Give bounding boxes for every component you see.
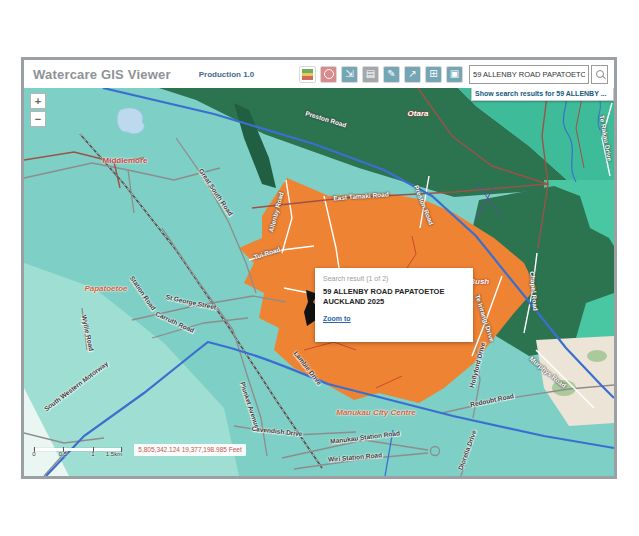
zoom-to-link[interactable]: Zoom to xyxy=(323,315,351,322)
measure-icon[interactable]: ⇲ xyxy=(341,66,358,83)
scale-label: 1.5km xyxy=(106,451,122,457)
directions-icon[interactable]: ↗ xyxy=(404,66,421,83)
scale-bar: 00.511.5km xyxy=(34,443,122,457)
toolbar: ⇲▤✎↗⊞▣ xyxy=(299,66,463,83)
app-version: Production 1.0 xyxy=(199,70,255,79)
search-result-popup: Search result (1 of 2) 59 ALLENBY ROAD P… xyxy=(315,268,473,342)
draw-icon[interactable]: ✎ xyxy=(383,66,400,83)
search-suggestion[interactable]: Show search results for 59 ALLENBY ... xyxy=(471,88,614,101)
search-button[interactable] xyxy=(591,65,608,84)
zoom-controls: + − xyxy=(30,93,46,129)
scale-label: 0.5 xyxy=(59,451,67,457)
zoom-in-button[interactable]: + xyxy=(30,93,46,109)
app-window: Watercare GIS Viewer Production 1.0 ⇲▤✎↗… xyxy=(21,57,617,479)
popup-result-count: Search result (1 of 2) xyxy=(323,275,465,282)
scale-label: 0 xyxy=(32,451,35,457)
identify-icon[interactable] xyxy=(320,66,337,83)
header-bar: Watercare GIS Viewer Production 1.0 ⇲▤✎↗… xyxy=(24,60,614,88)
print-icon[interactable]: ▣ xyxy=(446,66,463,83)
scale-label: 1 xyxy=(91,451,94,457)
coordinates-readout: 5,805,342.124 19,377,198.985 Feet xyxy=(134,444,246,456)
map-viewport[interactable]: OtaraPreston RoadEast Tamaki RoadPreston… xyxy=(24,88,614,476)
bookmarks-icon[interactable]: ▤ xyxy=(362,66,379,83)
zoom-out-button[interactable]: − xyxy=(30,111,46,127)
search-area xyxy=(469,65,608,84)
basemap-gallery-icon[interactable] xyxy=(299,66,316,83)
overview-grid-icon[interactable]: ⊞ xyxy=(425,66,442,83)
popup-address: 59 ALLENBY ROAD PAPATOETOE AUCKLAND 2025 xyxy=(323,287,465,307)
app-title: Watercare GIS Viewer xyxy=(33,67,171,82)
search-input[interactable] xyxy=(469,65,589,84)
